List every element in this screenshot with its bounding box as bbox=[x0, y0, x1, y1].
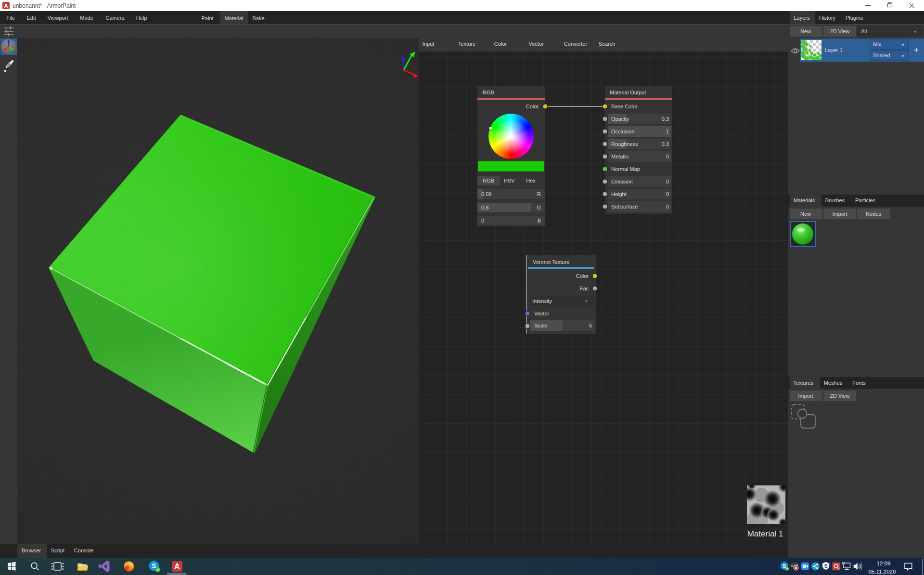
svg-text:S: S bbox=[152, 562, 156, 570]
svg-text:S: S bbox=[824, 563, 827, 569]
svg-text:A: A bbox=[174, 562, 180, 571]
